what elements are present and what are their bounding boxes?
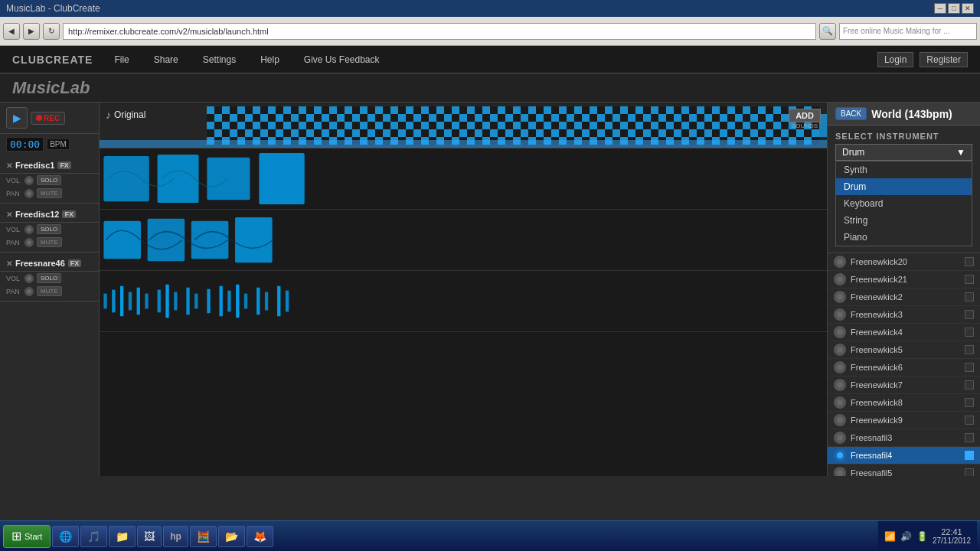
sound-icon-9	[834, 414, 846, 426]
menu-help[interactable]: Help	[257, 53, 283, 67]
sound-check-1[interactable]	[965, 275, 974, 284]
vol-knob-3[interactable]	[24, 274, 34, 283]
close-button[interactable]: ✕	[962, 3, 974, 14]
solo-btn-2[interactable]: SOLO	[37, 224, 61, 234]
pan-knob-3[interactable]	[24, 287, 34, 296]
svg-rect-13	[235, 217, 273, 262]
sound-check-10[interactable]	[965, 433, 974, 442]
sound-item-7[interactable]: Freenewkick7	[828, 377, 980, 394]
track-3-fx[interactable]: FX	[68, 259, 82, 267]
sound-icon-5	[834, 344, 846, 356]
record-button[interactable]: REC	[31, 112, 65, 125]
taskbar-app-4[interactable]: 🖼	[137, 526, 162, 547]
sound-check-11[interactable]	[965, 451, 974, 460]
taskbar-app-8[interactable]: 🦊	[247, 526, 273, 547]
start-button[interactable]: ⊞ Start	[3, 525, 51, 548]
track-1-close[interactable]: ✕	[6, 161, 12, 170]
dropdown-string[interactable]: String	[836, 212, 972, 229]
solo-btn-1[interactable]: SOLO	[37, 175, 61, 185]
back-button[interactable]: ◀	[3, 23, 20, 40]
track-2-fx[interactable]: FX	[62, 210, 76, 218]
dropdown-drum[interactable]: Drum	[836, 178, 972, 195]
sound-item-11[interactable]: Freesnafil4	[828, 447, 980, 465]
original-text: Original	[114, 109, 145, 120]
mute-btn-1[interactable]: MUTE	[37, 188, 62, 198]
sound-item-5[interactable]: Freenewkick5	[828, 341, 980, 359]
login-button[interactable]: Login	[877, 52, 913, 67]
svg-point-34	[837, 259, 843, 265]
sound-icon-10	[834, 432, 846, 444]
sound-check-8[interactable]	[965, 398, 974, 407]
taskbar-app-5[interactable]: hp	[163, 526, 188, 547]
menu-file[interactable]: File	[111, 53, 132, 67]
mute-btn-3[interactable]: MUTE	[37, 286, 62, 296]
playbar	[100, 140, 827, 148]
taskbar-app-3[interactable]: 📁	[109, 526, 136, 547]
dropdown-keyboard[interactable]: Keyboard	[836, 195, 972, 212]
sound-item-8[interactable]: Freenewkick8	[828, 394, 980, 412]
taskbar-app-7[interactable]: 📂	[218, 526, 245, 547]
add-sounds-btn[interactable]: ADD SOUNDS	[789, 109, 821, 129]
svg-rect-29	[244, 294, 247, 309]
vol-knob-1[interactable]	[24, 176, 34, 185]
sound-check-4[interactable]	[965, 328, 974, 337]
sound-item-1[interactable]: Freenewkick21	[828, 271, 980, 289]
svg-rect-7	[158, 155, 199, 203]
sound-check-6[interactable]	[965, 363, 974, 372]
track-1-waveform	[100, 148, 827, 209]
minimize-button[interactable]: ─	[934, 3, 946, 14]
sound-item-10[interactable]: Freesnafil3	[828, 429, 980, 447]
menu-settings[interactable]: Settings	[200, 53, 239, 67]
back-button[interactable]: BACK	[835, 107, 867, 120]
refresh-button[interactable]: ↻	[43, 23, 60, 40]
sound-check-12[interactable]	[965, 468, 974, 476]
sound-item-4[interactable]: Freenewkick4	[828, 324, 980, 341]
forward-button[interactable]: ▶	[23, 23, 40, 40]
pan-knob-2[interactable]	[24, 238, 34, 247]
sound-icon-4	[834, 326, 846, 338]
track-3-close[interactable]: ✕	[6, 259, 12, 268]
pan-knob-1[interactable]	[24, 189, 34, 198]
maximize-button[interactable]: □	[948, 3, 960, 14]
instrument-select-box[interactable]: Drum ▼	[835, 144, 972, 161]
sound-check-0[interactable]	[965, 257, 974, 266]
original-track: ♪ Original	[100, 103, 827, 148]
right-panel: BACK World (143bpm) SELECT INSTRUMENT Dr…	[827, 103, 980, 476]
sound-item-9[interactable]: Freenewkick9	[828, 412, 980, 429]
sound-item-3[interactable]: Freenewkick3	[828, 306, 980, 324]
sound-item-6[interactable]: Freenewkick6	[828, 359, 980, 377]
dropdown-synth[interactable]: Synth	[836, 161, 972, 178]
search-icon[interactable]: 🔍	[819, 23, 836, 40]
sound-item-0[interactable]: Freenewkick20	[828, 253, 980, 271]
play-button[interactable]: ▶	[6, 107, 28, 129]
taskbar-app-6[interactable]: 🧮	[190, 526, 217, 547]
track-2-close[interactable]: ✕	[6, 210, 12, 219]
sound-item-2[interactable]: Freenewkick2	[828, 289, 980, 306]
sound-check-3[interactable]	[965, 310, 974, 319]
menu-share[interactable]: Share	[151, 53, 181, 67]
taskbar-app-1[interactable]: 🌐	[52, 526, 79, 547]
add-label[interactable]: ADD	[789, 109, 821, 122]
sound-check-7[interactable]	[965, 380, 974, 390]
track-1-timeline[interactable]	[100, 148, 827, 209]
mute-btn-2[interactable]: MUTE	[37, 237, 62, 247]
track-1-timeline-row	[100, 148, 827, 210]
menu-feedback[interactable]: Give Us Feedback	[301, 53, 383, 67]
solo-btn-3[interactable]: SOLO	[37, 273, 61, 283]
track-2-timeline[interactable]	[100, 210, 827, 270]
address-bar[interactable]: http://remixer.clubcreate.com/v2/musicla…	[63, 23, 816, 40]
track-3-timeline[interactable]	[100, 271, 827, 331]
chevron-down-icon: ▼	[956, 147, 965, 158]
register-button[interactable]: Register	[920, 52, 968, 67]
sound-check-9[interactable]	[965, 416, 974, 425]
world-title: World (143bpm)	[871, 108, 952, 120]
vol-knob-2[interactable]	[24, 225, 34, 234]
track-3-vol-row: VOL SOLO	[0, 272, 99, 285]
sound-check-5[interactable]	[965, 345, 974, 354]
track-1-fx[interactable]: FX	[57, 161, 71, 169]
search-bar[interactable]: Free online Music Making for ...	[839, 23, 977, 40]
taskbar-app-2[interactable]: 🎵	[80, 526, 107, 547]
dropdown-piano[interactable]: Piano	[836, 229, 972, 246]
sound-check-2[interactable]	[965, 292, 974, 302]
sound-item-12[interactable]: Freesnafil5	[828, 465, 980, 476]
